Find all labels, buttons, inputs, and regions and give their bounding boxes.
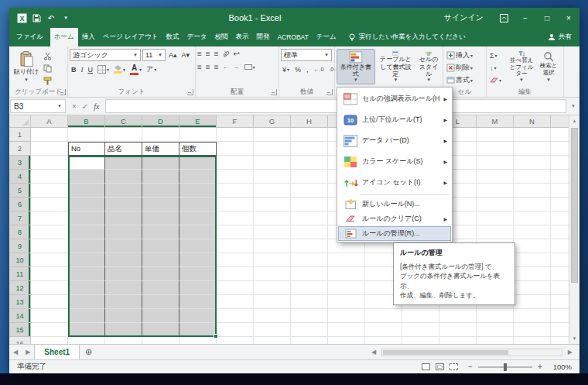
cell-M15[interactable] [477,323,514,337]
close-button[interactable]: × [558,8,579,28]
cell-C9[interactable] [105,239,142,253]
share-button[interactable]: 共有 [540,28,579,46]
cell-B5[interactable] [68,184,105,198]
cell-H15[interactable] [291,323,328,337]
cell-G10[interactable] [254,253,291,267]
tab-team[interactable]: チーム [313,28,340,46]
cell-E8[interactable] [179,225,217,239]
cell-D16[interactable] [142,337,179,344]
cell-E14[interactable] [179,309,217,323]
font-color-button[interactable]: A▾ [128,64,143,75]
increase-indent-button[interactable]: → [233,64,239,70]
cell-N6[interactable] [514,198,551,211]
horizontal-scrollbar[interactable]: ◀ ▶ [364,345,579,359]
cell-F7[interactable] [217,211,254,225]
tab-data[interactable]: データ [183,28,210,46]
increase-decimal-button[interactable]: ←.0 [313,64,326,75]
row-header-8[interactable]: 8 [9,225,31,239]
row-header-13[interactable]: 13 [9,295,31,309]
cell-B4[interactable] [68,170,105,184]
cell-H10[interactable] [291,253,328,267]
cell-N1[interactable] [514,128,551,142]
cell-A5[interactable] [31,184,68,198]
cell-N14[interactable] [514,309,551,323]
cell-M6[interactable] [477,198,514,211]
cell-H3[interactable] [291,156,328,170]
cell-C15[interactable] [105,323,142,337]
menu-item-new-rule[interactable]: 新しいルール(N)... ▶ [338,197,451,211]
row-header-3[interactable]: 3 [9,156,31,170]
cell-E15[interactable] [179,323,217,337]
cell-A4[interactable] [31,170,68,184]
row-header-1[interactable]: 1 [9,128,31,142]
sheet-tab-sheet1[interactable]: Sheet1 [34,345,80,359]
row-header-12[interactable]: 12 [9,281,31,295]
top-align-button[interactable]: ≡ [197,50,202,58]
scroll-right-button[interactable]: ▶ [564,349,576,356]
cell-B9[interactable] [68,239,105,253]
menu-item-clear-rules[interactable]: ルールのクリア(C) ▶ [338,211,451,226]
cell-N12[interactable] [514,281,551,295]
number-dialog-launcher[interactable] [326,89,333,95]
cell-L14[interactable] [439,309,477,323]
conditional-formatting-button[interactable]: 条件付き書式 ▼ [337,49,375,84]
cell-D10[interactable] [142,253,179,267]
cell-E1[interactable] [179,128,217,142]
cell-H13[interactable] [291,295,328,309]
row-header-5[interactable]: 5 [9,184,31,198]
row-header-6[interactable]: 6 [9,198,31,211]
currency-format-button[interactable]: ¥▾ [281,64,291,75]
cell-D3[interactable] [142,156,179,170]
cell-F2[interactable] [217,142,254,156]
vertical-scrollbar[interactable]: ▲ ▼ [569,115,579,344]
cell-A13[interactable] [31,295,68,309]
cell-A3[interactable] [31,156,68,170]
font-name-select[interactable]: 游ゴシック▼ [70,49,141,61]
cell-E4[interactable] [179,170,217,184]
cell-N15[interactable] [514,323,551,337]
cell-I10[interactable] [328,253,365,267]
cell-N10[interactable] [514,253,551,267]
tab-formulas[interactable]: 数式 [162,28,183,46]
cell-A7[interactable] [31,211,68,225]
cell-I14[interactable] [328,309,365,323]
cell-C6[interactable] [105,198,142,211]
cell-D11[interactable] [142,267,179,281]
cell-E10[interactable] [179,253,217,267]
cell-H2[interactable] [291,142,328,156]
vertical-scroll-thumb[interactable] [571,128,578,283]
clipboard-dialog-launcher[interactable] [60,89,66,95]
cell-H12[interactable] [291,281,328,295]
ribbon-display-options-button[interactable] [493,8,514,28]
cell-A15[interactable] [31,323,68,337]
enter-button[interactable]: ✓ [82,102,88,111]
align-left-button[interactable]: ≡ [197,64,202,71]
orientation-button[interactable]: ab [221,50,231,59]
cell-B6[interactable] [68,198,105,211]
cell-C8[interactable] [105,225,142,239]
cell-H14[interactable] [291,309,328,323]
column-header-G[interactable]: G [254,115,291,128]
cell-M2[interactable] [477,142,514,156]
cell-L15[interactable] [439,323,477,337]
cell-C5[interactable] [105,184,142,198]
cell-A9[interactable] [31,239,68,253]
cell-A2[interactable] [31,142,68,156]
merge-center-button[interactable]: ▾ [243,61,257,73]
cell-F6[interactable] [217,198,254,211]
cell-G14[interactable] [254,309,291,323]
tab-view[interactable]: 表示 [231,28,252,46]
cell-G11[interactable] [254,267,291,281]
find-select-button[interactable]: 検索と選択 ▼ [536,49,561,84]
normal-view-button[interactable] [419,360,432,373]
cell-D5[interactable] [142,184,179,198]
row-header-14[interactable]: 14 [9,309,31,323]
cell-G3[interactable] [254,156,291,170]
row-header-2[interactable]: 2 [9,142,31,156]
paste-button[interactable]: 貼り付け ▼ [11,49,42,84]
cell-G1[interactable] [254,128,291,142]
column-header-N[interactable]: N [514,115,551,128]
bottom-align-button[interactable]: ≡ [214,50,219,58]
cell-E5[interactable] [179,184,217,198]
name-box[interactable]: B3▼ [10,99,66,113]
